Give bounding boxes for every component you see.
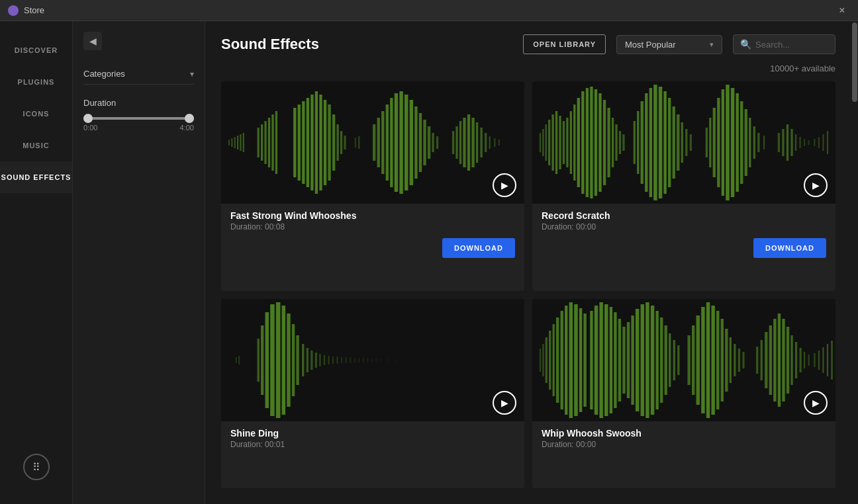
svg-rect-208	[782, 319, 785, 401]
svg-rect-78	[622, 134, 624, 151]
svg-rect-144	[358, 358, 359, 362]
search-input[interactable]	[755, 40, 822, 50]
open-library-button[interactable]: OPEN LIBRARY	[523, 34, 606, 54]
svg-rect-201	[742, 352, 744, 368]
play-button-1[interactable]: ▶	[493, 173, 516, 197]
svg-rect-187	[673, 340, 675, 380]
sidebar-item-discover[interactable]: DISCOVER	[0, 34, 72, 66]
svg-rect-181	[645, 302, 649, 418]
svg-rect-104	[753, 126, 755, 159]
svg-rect-206	[773, 319, 776, 401]
svg-rect-95	[713, 108, 716, 177]
svg-rect-182	[651, 306, 654, 415]
sidebar-item-sound-effects[interactable]: SOUND EFFECTS	[0, 161, 72, 193]
svg-rect-131	[302, 344, 304, 376]
svg-rect-163	[561, 311, 563, 409]
slider-thumb-right[interactable]	[185, 114, 194, 123]
svg-rect-214	[808, 355, 810, 366]
search-icon: 🔍	[740, 39, 751, 50]
slider-labels: 0:00 4:00	[83, 124, 194, 132]
svg-rect-48	[471, 118, 474, 167]
svg-rect-68	[581, 91, 584, 194]
play-button-2[interactable]: ▶	[804, 173, 828, 197]
svg-rect-6	[243, 133, 244, 152]
scroll-thumb[interactable]	[852, 22, 857, 102]
svg-rect-17	[310, 95, 313, 190]
collapse-button[interactable]: ◀	[83, 32, 102, 50]
svg-rect-209	[787, 327, 789, 394]
play-button-4[interactable]: ▶	[804, 391, 828, 415]
svg-rect-57	[542, 129, 544, 156]
svg-rect-7	[258, 128, 260, 157]
svg-rect-219	[831, 341, 832, 380]
download-button-2[interactable]: DOWNLOAD	[753, 238, 826, 258]
app-body: DISCOVER PLUGINS ICONS MUSIC SOUND EFFEC…	[0, 21, 858, 504]
svg-rect-14	[298, 105, 301, 181]
slider-fill	[83, 117, 194, 120]
svg-rect-77	[619, 131, 621, 154]
svg-rect-92	[690, 134, 692, 151]
grid-icon-button[interactable]: ⠿	[23, 454, 50, 480]
svg-rect-125	[270, 304, 275, 416]
main-content: Sound Effects OPEN LIBRARY Most Popular …	[205, 21, 851, 504]
svg-rect-156	[532, 299, 835, 421]
svg-rect-58	[546, 124, 547, 161]
play-button-3[interactable]: ▶	[493, 391, 516, 415]
svg-rect-135	[319, 354, 320, 366]
svg-rect-79	[634, 121, 636, 164]
svg-rect-101	[740, 101, 743, 184]
svg-rect-64	[566, 118, 568, 167]
svg-rect-47	[467, 114, 470, 171]
svg-rect-111	[795, 134, 796, 151]
svg-rect-199	[734, 344, 736, 376]
svg-rect-105	[757, 133, 759, 152]
svg-rect-139	[336, 357, 338, 364]
card-duration-2: Duration: 00:00	[542, 222, 826, 231]
svg-rect-151	[395, 358, 396, 362]
svg-rect-185	[665, 325, 667, 395]
svg-rect-3	[234, 137, 236, 148]
svg-rect-102	[745, 109, 747, 176]
window-title: Store	[24, 5, 44, 15]
svg-rect-193	[706, 302, 710, 418]
svg-rect-5	[240, 134, 241, 151]
download-button-1[interactable]: DOWNLOAD	[442, 238, 515, 258]
svg-rect-212	[799, 348, 801, 372]
close-button[interactable]: ×	[834, 3, 850, 19]
svg-rect-103	[749, 118, 751, 167]
svg-rect-204	[765, 332, 767, 388]
svg-rect-63	[563, 121, 565, 164]
svg-rect-150	[387, 358, 389, 362]
duration-slider[interactable]: 0:00 4:00	[83, 117, 194, 132]
sound-card-3: ▶ Shine Ding Duration: 00:01	[221, 299, 524, 489]
categories-section-header[interactable]: Categories ▾	[83, 63, 194, 85]
slider-thumb-left[interactable]	[83, 114, 93, 123]
page-title: Sound Effects	[221, 36, 512, 53]
scrollbar[interactable]	[851, 21, 858, 504]
sidebar-item-icons[interactable]: ICONS	[0, 98, 72, 130]
svg-rect-123	[261, 325, 263, 395]
svg-rect-66	[573, 105, 575, 181]
svg-rect-107	[778, 133, 780, 152]
svg-rect-65	[570, 111, 572, 174]
svg-rect-196	[721, 319, 724, 401]
svg-rect-61	[555, 111, 557, 174]
svg-rect-180	[641, 304, 644, 416]
svg-rect-44	[455, 126, 457, 159]
svg-rect-115	[814, 139, 815, 146]
svg-rect-75	[612, 118, 614, 167]
app-icon	[8, 5, 19, 16]
sort-dropdown[interactable]: Most Popular ▾	[616, 35, 722, 54]
svg-rect-218	[827, 344, 828, 376]
svg-rect-31	[386, 105, 389, 181]
svg-rect-36	[410, 100, 413, 185]
card-footer-2: Record Scratch Duration: 00:00 DOWNLOAD	[532, 204, 835, 267]
sidebar-item-plugins[interactable]: PLUGINS	[0, 66, 72, 98]
sidebar-item-music[interactable]: MUSIC	[0, 130, 72, 161]
svg-rect-86	[663, 91, 666, 194]
search-bar[interactable]: 🔍	[733, 34, 835, 54]
svg-rect-97	[722, 89, 724, 196]
svg-rect-114	[808, 140, 810, 145]
svg-rect-205	[769, 325, 772, 395]
sound-card-1: ▶ Fast Strong Wind Whooshes Duration: 00…	[221, 81, 524, 291]
